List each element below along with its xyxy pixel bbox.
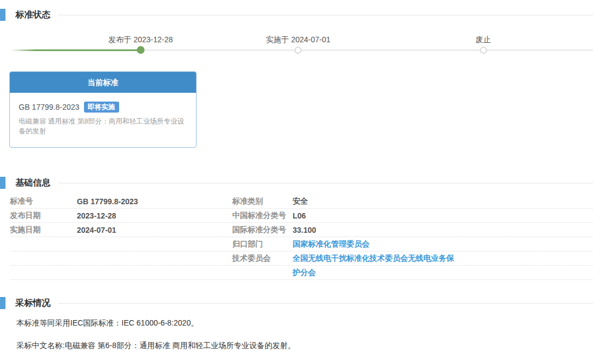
timeline-stop-implemented: 实施于 2024-07-01 — [266, 34, 331, 54]
committee-link[interactable]: 全国无线电干扰标准化技术委员会无线电业务保 — [293, 254, 454, 264]
standard-description: 电磁兼容 通用标准 第8部分：商用和轻工业场所专业设备的发射 — [19, 116, 187, 136]
section-header-status: 标准状态 — [0, 9, 593, 21]
info-row-department: 归口部门 国家标准化管理委员会 — [232, 237, 593, 251]
section-rule — [58, 303, 593, 304]
basic-info-left-column: 标准号 GB 17799.8-2023 发布日期 2023-12-28 实施日期… — [10, 194, 232, 280]
info-value: 2023-12-28 — [77, 211, 116, 220]
info-label: 标准类别 — [232, 197, 293, 206]
info-label: 归口部门 — [232, 239, 293, 249]
status-badge: 即将实施 — [84, 102, 119, 113]
info-value: 安全 — [293, 197, 308, 206]
section-rule — [58, 15, 593, 15]
timeline-stop-published: 发布于 2023-12-28 — [108, 34, 173, 54]
info-label: 实施日期 — [10, 225, 77, 235]
info-row-empty — [10, 266, 232, 280]
info-row-committee-wrap: 护分会 — [232, 266, 593, 280]
section-adoption: 采标情况 本标准等同采用IEC国际标准：IEC 61000-6-8:2020。 … — [0, 297, 593, 351]
timeline-stop-label: 发布于 2023-12-28 — [108, 34, 173, 45]
standard-code: GB 17799.8-2023 — [19, 103, 80, 111]
info-label: 技术委员会 — [232, 254, 293, 264]
card-body: GB 17799.8-2023 即将实施 电磁兼容 通用标准 第8部分：商用和轻… — [10, 93, 196, 147]
department-link[interactable]: 国家标准化管理委员会 — [293, 239, 370, 249]
timeline-dot-abolished — [480, 47, 487, 54]
timeline-dot-published — [137, 46, 144, 54]
section-status: 标准状态 发布于 2023-12-28 实施于 2024-07-01 废止 当前… — [0, 9, 593, 148]
section-basic: 基础信息 标准号 GB 17799.8-2023 发布日期 2023-12-28… — [0, 177, 593, 280]
info-row-publish-date: 发布日期 2023-12-28 — [10, 209, 232, 223]
info-row-committee: 技术委员会 全国无线电干扰标准化技术委员会无线电业务保 — [232, 251, 593, 266]
status-timeline: 发布于 2023-12-28 实施于 2024-07-01 废止 — [0, 34, 593, 61]
info-label: 中国标准分类号 — [232, 211, 293, 221]
committee-link-continued[interactable]: 护分会 — [293, 268, 316, 278]
info-value: L06 — [293, 211, 306, 220]
section-title-basic: 基础信息 — [15, 177, 51, 189]
info-value: GB 17799.8-2023 — [77, 197, 138, 206]
timeline-stop-label: 实施于 2024-07-01 — [266, 34, 331, 45]
page: 标准状态 发布于 2023-12-28 实施于 2024-07-01 废止 当前… — [0, 9, 593, 364]
basic-info-right-column: 标准类别 安全 中国标准分类号 L06 国际标准分类号 33.100 归口部门 … — [232, 194, 593, 280]
section-rule — [58, 183, 593, 183]
section-title-adoption: 采标情况 — [15, 298, 51, 309]
section-marker — [0, 297, 5, 309]
section-marker — [0, 177, 5, 189]
timeline-stop-label: 废止 — [475, 34, 491, 45]
info-label: 标准号 — [10, 197, 77, 206]
info-row-empty — [10, 251, 232, 266]
info-row-standard-number: 标准号 GB 17799.8-2023 — [10, 194, 232, 209]
info-row-ccs-code: 中国标准分类号 L06 — [232, 209, 593, 223]
info-row-implement-date: 实施日期 2024-07-01 — [10, 223, 232, 237]
section-header-adoption: 采标情况 — [0, 297, 593, 309]
section-marker — [0, 9, 5, 21]
info-row-empty — [10, 237, 232, 251]
timeline-dot-implemented — [294, 47, 301, 54]
adoption-line: 采标中文名称:电磁兼容 第6-8部分：通用标准 商用和轻工业场所专业设备的发射。 — [0, 341, 593, 351]
basic-info-table: 标准号 GB 17799.8-2023 发布日期 2023-12-28 实施日期… — [0, 194, 593, 280]
info-label: 国际标准分类号 — [232, 225, 293, 235]
info-value: 2024-07-01 — [77, 226, 116, 234]
adoption-line: 本标准等同采用IEC国际标准：IEC 61000-6-8:2020。 — [0, 318, 593, 328]
section-title-status: 标准状态 — [15, 9, 51, 21]
standard-code-line: GB 17799.8-2023 即将实施 — [19, 102, 187, 113]
info-row-ics-code: 国际标准分类号 33.100 — [232, 223, 593, 237]
section-header-basic: 基础信息 — [0, 177, 593, 189]
card-header: 当前标准 — [10, 72, 196, 93]
current-standard-card[interactable]: 当前标准 GB 17799.8-2023 即将实施 电磁兼容 通用标准 第8部分… — [9, 71, 197, 148]
info-label: 发布日期 — [10, 211, 77, 221]
info-row-category: 标准类别 安全 — [232, 194, 593, 209]
info-value: 33.100 — [293, 226, 316, 234]
timeline-stop-abolished: 废止 — [475, 34, 491, 54]
